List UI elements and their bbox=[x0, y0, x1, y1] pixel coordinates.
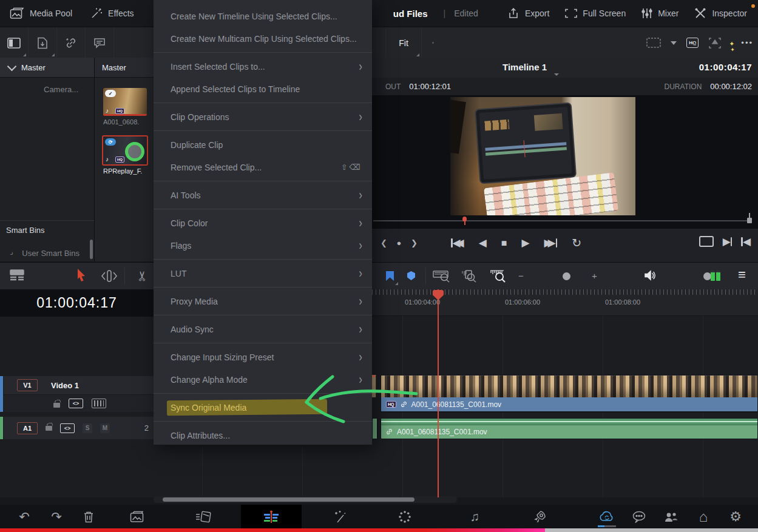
selection-tool-active[interactable] bbox=[76, 268, 87, 283]
video-clip-edge[interactable] bbox=[372, 375, 376, 397]
relink-media-button[interactable] bbox=[57, 27, 86, 58]
menu-item-duplicate-clip[interactable]: Duplicate Clip bbox=[154, 133, 372, 156]
go-to-start-button[interactable]: ◀◀ bbox=[451, 238, 464, 248]
bins-scrollbar[interactable] bbox=[90, 240, 93, 259]
marker-icon[interactable] bbox=[407, 271, 415, 280]
solo-button[interactable]: S bbox=[83, 423, 92, 433]
track-header-v1[interactable]: V1 Video 1 bbox=[4, 376, 154, 395]
zoom-full-extent-icon[interactable] bbox=[433, 269, 451, 283]
chevron-down-icon[interactable] bbox=[671, 41, 677, 45]
menu-item-clip-color[interactable]: Clip Color› bbox=[154, 212, 372, 234]
stop-button[interactable]: ■ bbox=[501, 238, 507, 249]
video-progress-strip[interactable] bbox=[0, 528, 758, 532]
trim-edit-tool[interactable] bbox=[99, 270, 120, 282]
auto-select-icon[interactable]: <> bbox=[69, 399, 83, 408]
play-around-button[interactable]: ▶ bbox=[723, 237, 733, 247]
menu-item-ai-tools[interactable]: AI Tools› bbox=[154, 184, 372, 206]
bin-camera-row[interactable]: Camera... bbox=[44, 85, 78, 94]
timeline-name-dropdown[interactable]: Timeline 1 bbox=[503, 62, 547, 72]
zoom-out-button[interactable]: − bbox=[518, 271, 524, 281]
deliver-page-button[interactable] bbox=[533, 505, 547, 528]
redo-button[interactable]: ↷ bbox=[51, 505, 62, 528]
timeline-view-icon[interactable] bbox=[10, 269, 28, 283]
viewer-more-button[interactable]: ••• bbox=[741, 38, 753, 47]
playhead-line[interactable] bbox=[438, 289, 439, 497]
media-pool-button[interactable]: Media Pool bbox=[10, 7, 72, 19]
speaker-icon[interactable] bbox=[644, 270, 656, 281]
menu-item-insert-selected-clips-to[interactable]: Insert Selected Clips to...› bbox=[154, 55, 372, 78]
menu-item-create-new-timeline-using-selected-clips[interactable]: Create New Timeline Using Selected Clips… bbox=[154, 5, 372, 27]
undo-button[interactable]: ↶ bbox=[19, 505, 30, 528]
color-page-button[interactable] bbox=[398, 505, 411, 528]
export-button[interactable]: Export bbox=[507, 7, 549, 19]
scrub-playhead-pin[interactable] bbox=[462, 217, 467, 221]
menu-item-clip-attributes[interactable]: Clip Attributes... bbox=[154, 424, 372, 445]
menu-item-change-alpha-mode[interactable]: Change Alpha Mode› bbox=[154, 368, 372, 391]
panel-layout-button[interactable] bbox=[0, 27, 29, 58]
match-frame-icon[interactable] bbox=[699, 236, 714, 247]
collaboration-button[interactable] bbox=[664, 505, 678, 528]
full-screen-button[interactable]: Full Screen bbox=[565, 8, 626, 18]
media-pool-toggle[interactable] bbox=[130, 505, 144, 528]
flag-marker-icon[interactable] bbox=[386, 271, 394, 281]
comments-button[interactable] bbox=[86, 27, 114, 58]
chat-button[interactable] bbox=[632, 505, 646, 528]
settings-button[interactable]: ⚙ bbox=[729, 505, 742, 528]
effects-button[interactable]: Effects bbox=[90, 7, 134, 19]
jog-control[interactable]: ❮ ● ❯ bbox=[381, 238, 421, 247]
auto-select-icon[interactable]: <> bbox=[60, 423, 75, 433]
home-button[interactable]: ⌂ bbox=[699, 505, 708, 528]
menu-item-lut[interactable]: LUT› bbox=[154, 262, 372, 285]
menu-item-sync-original-media[interactable]: Sync Original Media bbox=[154, 396, 372, 419]
menu-divider bbox=[154, 103, 372, 103]
fairlight-page-button[interactable]: ♫ bbox=[470, 505, 479, 528]
bin-master-row[interactable]: Master bbox=[0, 58, 94, 78]
lock-icon[interactable] bbox=[53, 403, 60, 408]
menu-divider bbox=[154, 421, 372, 422]
loop-button[interactable]: ↻ bbox=[572, 236, 581, 250]
menu-item-create-new-multicam-clip-using-selected-clips[interactable]: Create New Multicam Clip Using Selected … bbox=[154, 27, 372, 50]
go-to-end-button[interactable]: ▶▶ bbox=[544, 238, 557, 248]
viewer-zoom-fit-dropdown[interactable]: Fit bbox=[385, 27, 422, 58]
play-reverse-button[interactable]: ◀ bbox=[479, 238, 487, 248]
zoom-slider-thumb[interactable] bbox=[563, 272, 570, 280]
film-frame-icon[interactable] bbox=[92, 399, 106, 408]
smart-bins-header[interactable]: Smart Bins bbox=[0, 220, 94, 235]
menu-item-clip-operations[interactable]: Clip Operations› bbox=[154, 106, 372, 128]
enhance-image-icon[interactable] bbox=[708, 37, 722, 49]
timeline-options-menu[interactable]: ≡ bbox=[738, 267, 746, 283]
media-clip-thumbnail[interactable]: ✓ ♪ HQ bbox=[103, 88, 147, 116]
zoom-custom-icon-active[interactable] bbox=[489, 269, 507, 283]
in-point-mark bbox=[372, 375, 375, 377]
play-to-in-button[interactable]: ◀ bbox=[741, 237, 751, 247]
zoom-in-button[interactable]: + bbox=[592, 271, 597, 281]
media-clip-thumbnail-selected[interactable]: ⟳ ♪ HQ bbox=[102, 135, 148, 166]
play-button[interactable]: ▶ bbox=[521, 238, 529, 248]
viewer-scrub-bar[interactable] bbox=[373, 220, 752, 221]
razor-tool[interactable]: ✂ bbox=[135, 271, 151, 281]
delete-button[interactable] bbox=[83, 505, 94, 528]
video-preview-frame[interactable] bbox=[450, 97, 635, 215]
scrub-end-handle[interactable] bbox=[747, 218, 752, 223]
proxy-hq-toggle[interactable]: HQ bbox=[686, 38, 699, 48]
menu-item-append-selected-clips-to-timeline[interactable]: Append Selected Clips to Timeline bbox=[154, 78, 372, 100]
menu-item-audio-sync[interactable]: Audio Sync› bbox=[154, 318, 372, 340]
inspector-button[interactable]: Inspector bbox=[694, 8, 747, 19]
menu-item-flags[interactable]: Flags› bbox=[154, 234, 372, 257]
zoom-detail-icon[interactable] bbox=[461, 269, 478, 283]
track-header-a1[interactable]: A1 <> S M 2 bbox=[4, 417, 154, 439]
mute-button[interactable]: M bbox=[100, 423, 110, 433]
menu-item-remove-selected-clip[interactable]: Remove Selected Clip...⇧⌫ bbox=[154, 156, 372, 178]
cut-page-button[interactable] bbox=[195, 505, 212, 528]
lock-icon[interactable] bbox=[46, 426, 52, 431]
edit-page-button-active[interactable] bbox=[263, 505, 279, 528]
timeline-hscroll-thumb[interactable] bbox=[163, 497, 415, 502]
fusion-page-button[interactable] bbox=[334, 505, 347, 528]
user-smart-bins-row[interactable]: › User Smart Bins bbox=[0, 249, 94, 258]
menu-item-change-input-sizing-preset[interactable]: Change Input Sizing Preset› bbox=[154, 346, 372, 368]
audio-clip-edge[interactable] bbox=[372, 418, 377, 439]
menu-item-proxy-media[interactable]: Proxy Media› bbox=[154, 290, 372, 312]
safe-area-icon[interactable] bbox=[646, 38, 661, 48]
mixer-button[interactable]: Mixer bbox=[641, 8, 678, 19]
import-media-button[interactable] bbox=[29, 27, 57, 58]
